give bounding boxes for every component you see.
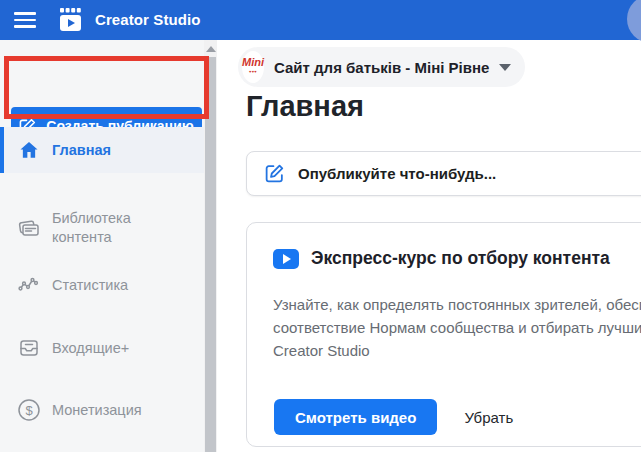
promo-card: Экспресс-курс по отбору контента Узнайте… xyxy=(246,222,641,447)
page-selector[interactable]: Mini ♥♥♥ Сайт для батьків - Міні Рівне xyxy=(238,47,525,87)
description-line: Узнайте, как определять постоянных зрите… xyxy=(273,293,641,316)
promo-card-actions: Смотреть видео Убрать xyxy=(274,399,513,435)
promo-card-description: Узнайте, как определять постоянных зрите… xyxy=(273,293,641,362)
composer-placeholder: Опубликуйте что-нибудь... xyxy=(298,165,496,182)
content-library-icon xyxy=(15,215,42,242)
svg-text:$: $ xyxy=(25,403,33,418)
creator-studio-logo-icon xyxy=(58,7,84,33)
home-icon xyxy=(15,137,42,164)
dismiss-button[interactable]: Убрать xyxy=(464,409,513,426)
composer-bar[interactable]: Опубликуйте что-нибудь... xyxy=(246,151,641,196)
facebook-profile-avatar[interactable]: f xyxy=(627,0,641,43)
monetization-icon: $ xyxy=(15,397,42,424)
active-indicator-bar xyxy=(0,127,4,173)
page-title: Главная xyxy=(246,90,364,123)
video-play-icon xyxy=(273,249,299,269)
promo-card-header: Экспресс-курс по отбору контента xyxy=(273,248,641,269)
compose-pencil-icon xyxy=(264,163,285,184)
chevron-down-icon xyxy=(499,64,511,71)
sidebar-item-inbox[interactable]: Входящие+ xyxy=(0,327,204,369)
sidebar-item-label: Монетизация xyxy=(52,401,142,420)
watch-video-button[interactable]: Смотреть видео xyxy=(274,399,437,435)
sidebar-item-label: Статистика xyxy=(52,276,128,295)
sidebar-item-label: Главная xyxy=(52,141,111,160)
sidebar-item-insights[interactable]: Статистика xyxy=(0,264,204,306)
top-bar: Creator Studio f xyxy=(0,0,641,40)
inbox-icon xyxy=(15,335,42,362)
creator-studio-window: Creator Studio f Создать публикацию Глав… xyxy=(0,0,641,452)
stats-icon xyxy=(15,272,42,299)
sidebar-item-monetization[interactable]: $ Монетизация xyxy=(0,389,204,431)
page-name: Сайт для батьків - Міні Рівне xyxy=(274,59,489,76)
description-line: соответствие Нормам сообщества и отбират… xyxy=(273,316,641,339)
app-title: Creator Studio xyxy=(95,11,201,28)
scrollbar-thumb[interactable] xyxy=(205,57,216,452)
hamburger-menu-icon[interactable] xyxy=(14,12,36,28)
sidebar: Создать публикацию Главная Библиотека ко… xyxy=(0,40,204,452)
sidebar-item-content-library[interactable]: Библиотека контента xyxy=(0,196,204,260)
page-avatar-text: Mini xyxy=(242,57,264,67)
sidebar-item-home[interactable]: Главная xyxy=(0,127,204,173)
sidebar-item-label: Библиотека контента xyxy=(52,209,170,247)
sidebar-scrollbar[interactable] xyxy=(204,40,217,452)
promo-card-title: Экспресс-курс по отбору контента xyxy=(311,248,610,269)
sidebar-item-label: Входящие+ xyxy=(52,339,129,358)
scrollbar-up-arrow-icon[interactable] xyxy=(206,46,216,52)
page-avatar: Mini ♥♥♥ xyxy=(242,51,264,83)
description-line: Creator Studio xyxy=(273,339,641,362)
